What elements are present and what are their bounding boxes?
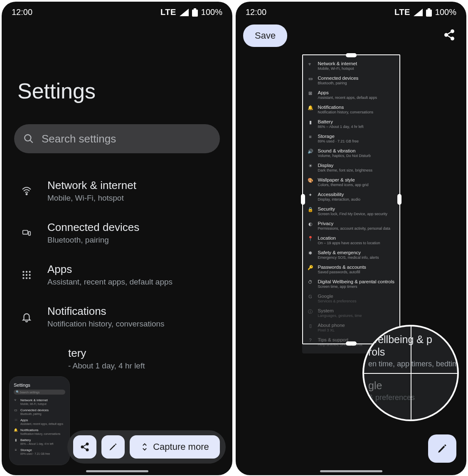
item-subtitle: Mobile, Wi-Fi, hotspot xyxy=(47,194,136,203)
row-subtitle: Permissions, account activity, personal … xyxy=(318,226,390,231)
settings-item-apps[interactable]: AppsAssistant, recent apps, default apps xyxy=(18,254,227,296)
row-title: Display xyxy=(318,162,373,168)
status-network-label: LTE xyxy=(160,7,176,17)
settings-item-battery-partial[interactable]: tery- About 1 day, 4 hr left xyxy=(18,338,227,380)
row-icon: ✦ xyxy=(307,191,314,198)
long-screenshot-row: ᯤNetwork & internetMobile, Wi-Fi, hotspo… xyxy=(302,59,400,73)
share-icon xyxy=(443,29,456,41)
svg-line-20 xyxy=(83,447,86,449)
row-icon: ▯ xyxy=(307,322,314,329)
svg-rect-5 xyxy=(23,230,28,234)
row-title: Safety & emergency xyxy=(318,250,379,255)
long-screenshot-row: GGoogleServices & preferences xyxy=(302,291,400,306)
page-title: Settings xyxy=(2,20,232,124)
long-screenshot-row: ☀DisplayDark theme, font size, brightnes… xyxy=(302,160,400,175)
row-icon: ⊞ xyxy=(307,90,314,96)
screenshot-action-bar: Capture more xyxy=(67,430,226,464)
phone-right: 12:00 LTE 100% Save ᯤNetwork & internetM… xyxy=(236,2,466,475)
long-screenshot-row: ▭Connected devicesBluetooth, pairing xyxy=(302,73,400,88)
svg-rect-21 xyxy=(426,10,432,17)
crop-handle-top[interactable] xyxy=(346,53,357,57)
row-icon: ᯤ xyxy=(307,61,314,66)
devices-icon xyxy=(20,228,33,238)
screenshot-editor: ᯤNetwork & internetMobile, Wi-Fi, hotspo… xyxy=(236,47,466,475)
edit-fab[interactable] xyxy=(428,434,456,463)
battery-icon xyxy=(192,8,198,17)
share-button[interactable] xyxy=(73,435,96,459)
svg-point-13 xyxy=(22,277,24,279)
row-subtitle: Emergency SOS, medical info, alerts xyxy=(318,255,379,260)
row-title: Sound & vibration xyxy=(318,148,371,154)
battery-icon xyxy=(426,8,432,17)
long-screenshot-row: ⊞AppsAssistant, recent apps, default app… xyxy=(302,88,400,102)
nav-handle[interactable] xyxy=(86,470,148,472)
item-title: Connected devices xyxy=(47,221,139,234)
row-title: Accessibility xyxy=(318,191,360,197)
settings-item-notifications[interactable]: NotificationsNotification history, conve… xyxy=(18,296,227,338)
row-icon: 🔊 xyxy=(307,148,314,154)
row-title: Storage xyxy=(318,133,359,139)
thumb-search: 🔍 Search settings xyxy=(14,390,65,395)
row-subtitle: Mobile, Wi-Fi, hotspot xyxy=(318,66,357,71)
row-title: About phone xyxy=(318,322,345,328)
save-button[interactable]: Save xyxy=(243,25,287,47)
row-icon: 🔑 xyxy=(307,264,314,270)
row-title: Privacy xyxy=(318,221,390,226)
long-screenshot-row: ⓘSystemLanguages, gestures, time xyxy=(302,306,400,320)
loupe-text: rols xyxy=(368,346,453,358)
search-settings-input[interactable]: Search settings xyxy=(14,124,220,153)
nav-handle[interactable] xyxy=(320,470,382,472)
long-screenshot-canvas[interactable]: ᯤNetwork & internetMobile, Wi-Fi, hotspo… xyxy=(302,54,400,353)
long-screenshot-row: ◐PrivacyPermissions, account activity, p… xyxy=(302,218,400,233)
row-icon: ▭ xyxy=(307,75,314,81)
loupe-text: gle xyxy=(368,379,453,392)
screenshot-thumbnail[interactable]: Settings 🔍 Search settings ᯤNetwork & in… xyxy=(9,376,70,465)
status-bar: 12:00 LTE 100% xyxy=(236,2,466,20)
long-screenshot-row: 🔒SecurityScreen lock, Find My Device, ap… xyxy=(302,204,400,218)
edit-button[interactable] xyxy=(101,435,125,459)
settings-item-network[interactable]: Network & internetMobile, Wi-Fi, hotspot xyxy=(18,170,227,212)
capture-more-button[interactable]: Capture more xyxy=(130,435,220,459)
search-placeholder: Search settings xyxy=(42,132,116,145)
row-icon: ⏱ xyxy=(307,279,314,285)
item-subtitle: Notification history, conversations xyxy=(47,319,165,329)
row-title: Location xyxy=(318,235,380,241)
thumb-heading: Settings xyxy=(14,383,65,388)
long-screenshot-row: 🎨Wallpaper & styleColors, themed icons, … xyxy=(302,175,400,189)
svg-point-14 xyxy=(26,277,27,279)
magnifier-loupe[interactable]: Wellbeing & p rols en time, app timers, … xyxy=(362,325,459,421)
share-button[interactable] xyxy=(443,29,456,43)
row-icon: ⓘ xyxy=(307,308,314,315)
svg-rect-1 xyxy=(194,8,196,10)
long-screenshot-row: 🔔NotificationsNotification history, conv… xyxy=(302,102,400,117)
row-subtitle: Pixel 3 XL xyxy=(318,328,345,333)
status-network-label: LTE xyxy=(394,7,410,17)
svg-point-4 xyxy=(26,194,27,195)
svg-point-9 xyxy=(29,271,30,272)
wifi-icon xyxy=(20,186,33,196)
row-subtitle: Display, interaction, audio xyxy=(318,197,360,202)
settings-list: Network & internetMobile, Wi-Fi, hotspot… xyxy=(2,170,232,380)
item-subtitle-fragment: - About 1 day, 4 hr left xyxy=(68,361,145,370)
editor-top-bar: Save xyxy=(236,20,466,47)
row-icon: ✱ xyxy=(307,250,314,256)
capture-more-label: Capture more xyxy=(153,442,209,452)
row-icon: 📍 xyxy=(307,235,314,241)
long-screenshot-row: ▮Battery86% – About 1 day, 4 hr left xyxy=(302,117,400,131)
status-time: 12:00 xyxy=(246,7,266,17)
svg-point-7 xyxy=(22,271,24,272)
long-screenshot-row: 🔑Passwords & accountsSaved passwords, au… xyxy=(302,262,400,277)
settings-item-connected[interactable]: Connected devicesBluetooth, pairing xyxy=(18,212,227,254)
row-subtitle: Help articles, phone & chat xyxy=(318,343,363,347)
apps-grid-icon xyxy=(21,270,32,280)
row-title: Battery xyxy=(318,119,364,125)
row-subtitle: Bluetooth, pairing xyxy=(318,81,359,86)
row-icon: ≡ xyxy=(307,133,314,139)
svg-rect-0 xyxy=(192,10,198,17)
svg-point-11 xyxy=(26,274,27,275)
row-icon: ▮ xyxy=(307,119,314,125)
row-subtitle: Volume, haptics, Do Not Disturb xyxy=(318,154,371,158)
row-title: Digital Wellbeing & parental controls xyxy=(318,279,395,285)
svg-rect-22 xyxy=(428,8,430,10)
row-subtitle: On – 19 apps have access to location xyxy=(318,241,380,245)
